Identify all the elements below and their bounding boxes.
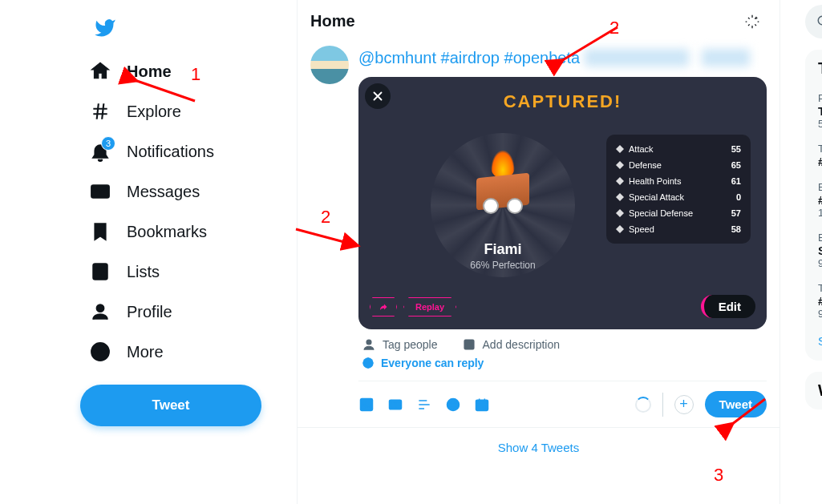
divider [662, 393, 663, 417]
nav-lists-label: Lists [127, 263, 160, 281]
nav-profile-label: Profile [127, 303, 172, 321]
svg-text:GIF: GIF [391, 402, 400, 408]
add-thread-button[interactable]: + [674, 395, 694, 414]
share-button[interactable] [370, 297, 397, 317]
show-new-tweets-button[interactable]: Show 4 Tweets [298, 427, 779, 467]
sidebar-tweet-button[interactable]: Tweet [80, 385, 261, 426]
timeline-header: Home [298, 0, 779, 42]
svg-point-7 [366, 340, 371, 345]
special-attack-icon [616, 193, 624, 201]
trend-item[interactable]: EnSp9, [818, 225, 822, 276]
speed-icon [616, 225, 624, 233]
twitter-logo[interactable] [85, 8, 125, 48]
tag-people-button[interactable]: Tag people [362, 337, 438, 352]
trend-item[interactable]: PoTa55 [818, 86, 822, 136]
nav-home[interactable]: Home [80, 51, 289, 91]
person-icon [90, 301, 111, 322]
avatar[interactable] [310, 46, 349, 84]
trend-item[interactable]: Tr#9, [818, 276, 822, 326]
envelope-icon [90, 181, 111, 202]
svg-point-4 [95, 351, 97, 353]
trend-item[interactable]: Tr# [818, 136, 822, 175]
svg-point-11 [363, 401, 366, 403]
divider [779, 0, 780, 504]
hashtag[interactable]: #airdrop [441, 49, 500, 67]
stat-row: Special Defense57 [606, 205, 751, 221]
page-title: Home [310, 12, 355, 30]
nav-profile[interactable]: Profile [80, 292, 289, 332]
stat-row: Speed58 [606, 221, 751, 237]
svg-point-6 [103, 351, 105, 353]
redacted-text: xxxxxx [702, 49, 750, 67]
who-to-follow-card: W [805, 372, 822, 409]
svg-point-15 [451, 402, 452, 404]
nav-explore-label: Explore [127, 103, 181, 121]
creature-graphic: Fiami 66% Perfection [423, 125, 583, 309]
media-actions: Tag people Add description [358, 329, 767, 352]
nav-messages-label: Messages [127, 183, 200, 201]
nav-lists[interactable]: Lists [80, 252, 289, 292]
home-icon [90, 61, 111, 82]
add-gif-button[interactable]: GIF [387, 397, 403, 413]
add-emoji-button[interactable] [445, 397, 461, 413]
svg-point-19 [818, 16, 822, 25]
schedule-button[interactable] [474, 397, 490, 413]
trends-title: T [818, 59, 822, 78]
sidebar: Home Explore 3 Notifications Messages Bo… [80, 8, 289, 426]
nav-more-label: More [127, 343, 164, 361]
attack-icon [616, 145, 624, 153]
nav-bookmarks[interactable]: Bookmarks [80, 212, 289, 252]
trend-item[interactable]: En#12 [818, 175, 822, 225]
compose-toolbar: GIF + Tweet [358, 381, 767, 417]
main-column: Home @bcmhunt #airdrop #openbeta xxxxxxx… [298, 0, 779, 467]
hashtag[interactable]: #openbeta [504, 49, 581, 67]
nav-notifications-label: Notifications [127, 143, 214, 161]
nav-home-label: Home [127, 62, 172, 81]
nav-explore[interactable]: Explore [80, 91, 289, 131]
stat-row: Attack55 [606, 141, 751, 157]
svg-point-14 [447, 398, 460, 410]
who-title: W [818, 381, 822, 400]
health-icon [616, 177, 624, 185]
timeline-options-button[interactable] [738, 7, 767, 36]
reply-scope-button[interactable]: Everyone can reply [358, 352, 767, 381]
redacted-text: xxxxxxxxxxxxx [585, 49, 689, 67]
show-more-trends[interactable]: Sh [818, 326, 822, 351]
defense-icon [616, 161, 624, 169]
captured-title: CAPTURED! [358, 91, 767, 112]
stat-row: Health Points61 [606, 173, 751, 189]
replay-button[interactable]: Replay [403, 297, 456, 317]
compose-box: @bcmhunt #airdrop #openbeta xxxxxxxxxxxx… [298, 42, 779, 427]
more-icon [90, 341, 111, 362]
compose-text[interactable]: @bcmhunt #airdrop #openbeta xxxxxxxxxxxx… [358, 46, 767, 77]
stat-row: Defense65 [606, 157, 751, 173]
list-icon [90, 261, 111, 282]
special-defense-icon [616, 209, 624, 217]
nav-more[interactable]: More [80, 332, 289, 372]
attached-media: CAPTURED! Fiami 66% Perfection Attack55 … [358, 77, 767, 329]
svg-point-2 [97, 304, 104, 312]
add-poll-button[interactable] [416, 397, 432, 413]
nav-messages[interactable]: Messages [80, 171, 289, 212]
bell-icon: 3 [90, 141, 111, 162]
search-input[interactable] [805, 5, 822, 38]
svg-point-5 [99, 351, 101, 353]
media-controls: Replay [370, 297, 456, 317]
mention[interactable]: @bcmhunt [358, 49, 436, 67]
edit-media-button[interactable]: Edit [701, 295, 755, 318]
stat-row: Special Attack0 [606, 189, 751, 205]
nav: Home Explore 3 Notifications Messages Bo… [80, 51, 289, 372]
hashtag-icon [90, 101, 111, 122]
add-description-button[interactable]: Add description [462, 337, 561, 352]
add-image-button[interactable] [358, 397, 375, 413]
tweet-submit-button[interactable]: Tweet [705, 391, 767, 417]
nav-notifications[interactable]: 3 Notifications [80, 131, 289, 171]
notifications-badge: 3 [101, 136, 115, 151]
char-count-indicator [635, 397, 651, 413]
annotation-label-3: 3 [714, 465, 723, 486]
bookmark-icon [90, 221, 111, 242]
nav-bookmarks-label: Bookmarks [127, 223, 207, 241]
right-sidebar: T PoTa55 Tr# En#12 EnSp9, Tr#9, Sh W [794, 0, 822, 504]
trends-card: T PoTa55 Tr# En#12 EnSp9, Tr#9, Sh [805, 50, 822, 361]
svg-point-16 [455, 402, 456, 404]
